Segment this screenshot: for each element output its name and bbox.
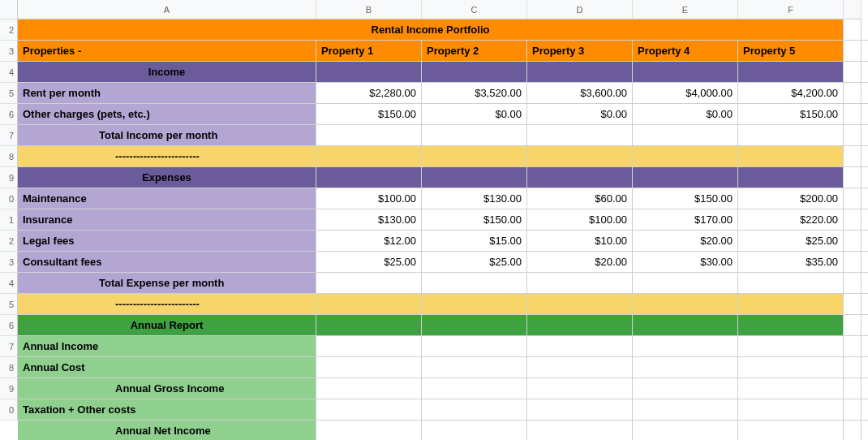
property-header[interactable]: Property 5 (738, 41, 844, 61)
rent-value[interactable]: $3,600.00 (527, 83, 633, 103)
row-header[interactable]: 1 (0, 209, 18, 231)
cell[interactable] (316, 357, 422, 377)
row-header[interactable]: 4 (0, 273, 18, 294)
cell[interactable] (527, 399, 633, 420)
cell[interactable] (738, 378, 844, 399)
cell[interactable] (527, 378, 633, 399)
annual-income-label[interactable]: Annual Income (18, 336, 316, 356)
col-header[interactable]: E (633, 0, 738, 19)
property-header[interactable]: Property 2 (422, 41, 527, 61)
col-header[interactable]: D (527, 0, 633, 19)
cell[interactable] (633, 62, 738, 82)
rent-label[interactable]: Rent per month (18, 83, 316, 103)
cell[interactable] (527, 146, 633, 166)
expenses-section-header[interactable]: Expenses (18, 167, 316, 188)
cell[interactable] (316, 146, 422, 166)
cell[interactable] (844, 167, 862, 188)
cell[interactable] (844, 125, 862, 145)
row-header[interactable]: 7 (0, 125, 18, 146)
row-header[interactable]: 6 (0, 104, 18, 125)
row-header[interactable]: 5 (0, 83, 18, 104)
row-header[interactable] (0, 0, 18, 19)
cell[interactable] (738, 336, 844, 356)
cell[interactable] (316, 273, 422, 293)
row-header[interactable]: 9 (0, 167, 18, 188)
cell[interactable] (316, 399, 422, 420)
cell[interactable] (422, 273, 527, 293)
cell[interactable] (738, 146, 844, 166)
rent-value[interactable]: $4,200.00 (738, 83, 844, 103)
cell[interactable] (738, 125, 844, 145)
rent-value[interactable]: $2,280.00 (316, 83, 422, 103)
consultant-value[interactable]: $35.00 (738, 252, 844, 272)
cell[interactable] (422, 378, 527, 399)
annual-net-label[interactable]: Annual Net Income (18, 421, 316, 440)
property-header[interactable]: Property 1 (316, 41, 422, 61)
cell[interactable] (316, 315, 422, 335)
cell[interactable] (422, 167, 527, 188)
cell[interactable] (844, 146, 862, 166)
cell[interactable] (633, 315, 738, 335)
cell[interactable] (844, 336, 862, 356)
legal-value[interactable]: $15.00 (422, 231, 527, 251)
cell[interactable] (422, 294, 527, 314)
cell[interactable] (422, 146, 527, 166)
consultant-label[interactable]: Consultant fees (18, 252, 316, 272)
maintenance-value[interactable]: $150.00 (633, 188, 738, 209)
cell[interactable] (738, 399, 844, 420)
col-header[interactable] (844, 0, 862, 19)
cell[interactable] (844, 19, 862, 40)
col-header[interactable]: B (316, 0, 422, 19)
cell[interactable] (844, 378, 862, 399)
cell[interactable] (633, 399, 738, 420)
row-header[interactable]: 4 (0, 62, 18, 83)
cell[interactable] (316, 62, 422, 82)
cell[interactable] (633, 167, 738, 188)
maintenance-value[interactable]: $130.00 (422, 188, 527, 209)
row-header[interactable]: 2 (0, 19, 18, 41)
other-charges-value[interactable]: $150.00 (738, 104, 844, 124)
cell[interactable] (738, 273, 844, 293)
row-header[interactable]: 0 (0, 188, 18, 209)
legal-label[interactable]: Legal fees (18, 231, 316, 251)
cell[interactable] (844, 273, 862, 293)
cell[interactable] (633, 378, 738, 399)
legal-value[interactable]: $25.00 (738, 231, 844, 251)
divider[interactable]: ------------------------ (18, 146, 316, 166)
row-header[interactable]: 3 (0, 252, 18, 273)
row-header[interactable]: 7 (0, 336, 18, 357)
cell[interactable] (527, 336, 633, 356)
cell[interactable] (633, 273, 738, 293)
cell[interactable] (422, 315, 527, 335)
cell[interactable] (527, 167, 633, 188)
cell[interactable] (738, 315, 844, 335)
insurance-label[interactable]: Insurance (18, 209, 316, 230)
maintenance-value[interactable]: $100.00 (316, 188, 422, 209)
cell[interactable] (422, 357, 527, 377)
col-header[interactable]: C (422, 0, 527, 19)
cell[interactable] (527, 125, 633, 145)
cell[interactable] (633, 336, 738, 356)
insurance-value[interactable]: $150.00 (422, 209, 527, 230)
row-header[interactable]: 5 (0, 294, 18, 315)
legal-value[interactable]: $12.00 (316, 231, 422, 251)
cell[interactable] (844, 357, 862, 377)
rent-value[interactable]: $3,520.00 (422, 83, 527, 103)
cell[interactable] (633, 294, 738, 314)
maintenance-value[interactable]: $200.00 (738, 188, 844, 209)
other-charges-value[interactable]: $0.00 (422, 104, 527, 124)
cell[interactable] (738, 421, 844, 440)
other-charges-value[interactable]: $0.00 (633, 104, 738, 124)
cell[interactable] (316, 167, 422, 188)
income-section-header[interactable]: Income (18, 62, 316, 82)
property-header[interactable]: Property 3 (527, 41, 633, 61)
annual-report-section-header[interactable]: Annual Report (18, 315, 316, 335)
cell[interactable] (316, 294, 422, 314)
rent-value[interactable]: $4,000.00 (633, 83, 738, 103)
cell[interactable] (844, 62, 862, 82)
cell[interactable] (633, 146, 738, 166)
cell[interactable] (316, 336, 422, 356)
legal-value[interactable]: $10.00 (527, 231, 633, 251)
cell[interactable] (844, 188, 862, 209)
cell[interactable] (738, 357, 844, 377)
